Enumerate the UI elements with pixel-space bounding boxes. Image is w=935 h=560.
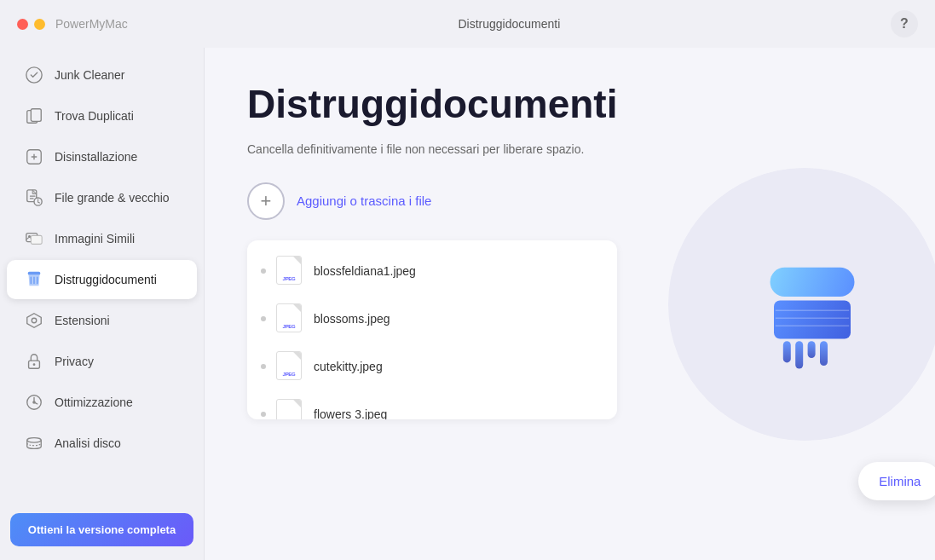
elimina-button[interactable]: Elimina: [858, 462, 935, 500]
privacy-icon: [24, 351, 44, 372]
file-icon: JPEG: [276, 399, 303, 419]
add-files-label: Aggiungi o trascina i file: [297, 193, 431, 208]
svg-rect-8: [31, 235, 42, 244]
ottimizzazione-icon: [24, 392, 44, 413]
svg-rect-17: [774, 300, 851, 338]
distruggidocumenti-icon: [24, 269, 44, 290]
estensioni-icon: [24, 310, 44, 331]
sidebar-item-disinstallazione[interactable]: Disinstallazione: [7, 137, 197, 176]
file-name: cutekitty.jpeg: [314, 360, 383, 373]
sidebar-item-label: Estensioni: [55, 314, 110, 327]
file-icon: JPEG: [276, 256, 303, 286]
content-right: Elimina: [651, 82, 935, 526]
file-dot: [261, 268, 266, 274]
svg-rect-2: [31, 109, 41, 122]
file-item-0[interactable]: JPEG blossfeldiana1.jpeg: [247, 247, 617, 295]
svg-point-10: [32, 318, 37, 323]
traffic-light-yellow[interactable]: [34, 19, 45, 30]
svg-point-15: [27, 438, 42, 443]
sidebar-item-file-grande[interactable]: File grande & vecchio: [7, 178, 197, 217]
file-name: blossoms.jpeg: [314, 312, 390, 326]
shredder-illustration: [668, 168, 935, 441]
sidebar-item-immagini-simili[interactable]: Immagini Simili: [7, 219, 197, 258]
sidebar-item-label: Immagini Simili: [55, 232, 135, 245]
analisi-disco-icon: [24, 433, 44, 453]
page-description: Cancella definitivamente i file non nece…: [247, 141, 617, 159]
content-area: Distruggidocumenti Cancella definitivame…: [205, 48, 935, 560]
svg-point-14: [32, 401, 36, 404]
file-list: JPEG blossfeldiana1.jpeg JPEG blossoms.j…: [247, 240, 617, 419]
svg-rect-16: [771, 267, 855, 296]
disinstallazione-icon: [24, 147, 44, 167]
file-grande-icon: [24, 188, 44, 208]
sidebar-item-ottimizzazione[interactable]: Ottimizzazione: [7, 383, 197, 422]
traffic-light-red[interactable]: [17, 19, 28, 30]
sidebar-item-label: Distruggidocumenti: [55, 273, 157, 286]
upgrade-button[interactable]: Ottieni la versione completa: [10, 513, 193, 546]
sidebar-item-label: File grande & vecchio: [55, 191, 170, 205]
sidebar-item-label: Privacy: [55, 355, 94, 368]
titlebar-left: PowerMyMac: [17, 17, 128, 31]
sidebar-item-label: Junk Cleaner: [55, 68, 125, 82]
sidebar-item-privacy[interactable]: Privacy: [7, 342, 197, 381]
file-dot: [261, 412, 266, 417]
file-item-1[interactable]: JPEG blossoms.jpeg: [247, 295, 617, 343]
titlebar: PowerMyMac Distruggidocumenti ?: [0, 0, 935, 48]
junk-cleaner-icon: [24, 65, 44, 85]
file-icon: JPEG: [276, 351, 303, 382]
add-circle-icon: +: [247, 182, 285, 220]
help-button[interactable]: ?: [891, 10, 918, 38]
file-name: flowers 3.jpeg: [314, 407, 387, 419]
app-name: PowerMyMac: [55, 17, 128, 31]
immagini-simili-icon: [24, 228, 44, 249]
sidebar-item-label: Analisi disco: [55, 436, 121, 450]
svg-rect-19: [796, 341, 804, 368]
page-title: Distruggidocumenti: [247, 82, 617, 127]
trova-duplicati-icon: [24, 106, 44, 126]
file-item-3[interactable]: JPEG flowers 3.jpeg: [247, 390, 617, 419]
svg-rect-21: [820, 341, 828, 366]
svg-point-12: [33, 363, 36, 366]
svg-rect-9: [28, 272, 41, 275]
sidebar-item-label: Trova Duplicati: [55, 109, 134, 123]
sidebar-item-label: Ottimizzazione: [55, 395, 133, 409]
traffic-lights: [17, 19, 45, 30]
file-dot: [261, 316, 266, 321]
svg-rect-18: [783, 341, 791, 362]
content-left: Distruggidocumenti Cancella definitivame…: [247, 82, 617, 526]
sidebar-item-trova-duplicati[interactable]: Trova Duplicati: [7, 96, 197, 136]
file-item-2[interactable]: JPEG cutekitty.jpeg: [247, 343, 617, 390]
file-name: blossfeldiana1.jpeg: [314, 264, 416, 278]
file-dot: [261, 364, 266, 369]
add-files-button[interactable]: + Aggiungi o trascina i file: [247, 182, 617, 220]
sidebar-item-distruggidocumenti[interactable]: Distruggidocumenti: [7, 260, 197, 299]
sidebar-item-estensioni[interactable]: Estensioni: [7, 301, 197, 340]
svg-rect-20: [808, 341, 816, 358]
main-layout: Junk Cleaner Trova Duplicati Disinstalla…: [0, 48, 935, 560]
file-icon: JPEG: [276, 303, 303, 334]
sidebar-item-junk-cleaner[interactable]: Junk Cleaner: [7, 55, 197, 95]
shredder-svg: [728, 228, 881, 381]
sidebar: Junk Cleaner Trova Duplicati Disinstalla…: [0, 48, 205, 560]
sidebar-item-label: Disinstallazione: [55, 150, 137, 164]
sidebar-item-analisi-disco[interactable]: Analisi disco: [7, 424, 197, 463]
svg-point-7: [28, 235, 31, 238]
titlebar-title: Distruggidocumenti: [458, 17, 560, 31]
